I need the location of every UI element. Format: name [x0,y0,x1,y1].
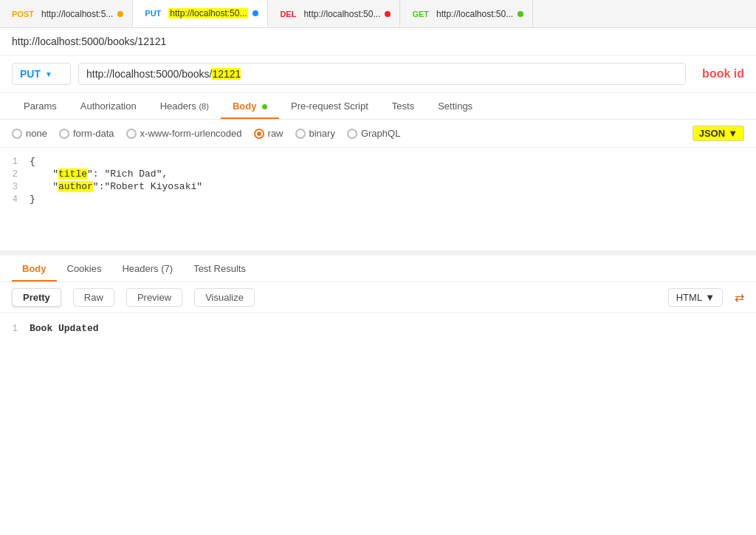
tab-nav-params[interactable]: Params [12,93,69,119]
wrap-icon[interactable]: ⇄ [735,290,744,304]
method-select[interactable]: PUT ▼ [12,63,71,85]
tab-get-dot [518,11,523,17]
radio-raw-label: raw [268,128,284,139]
html-chevron-icon: ▼ [705,292,715,303]
request-tabs-nav: Params Authorization Headers (8) Body Pr… [0,93,756,120]
code-content-4: } [30,194,35,205]
request-bar: PUT ▼ http://localhost:5000/books/12121 … [0,55,756,93]
format-raw-btn[interactable]: Raw [73,288,114,307]
tab-post[interactable]: POST http://localhost:5... [0,0,133,27]
resp-tab-test-results[interactable]: Test Results [183,256,256,282]
format-visualize-btn[interactable]: Visualize [194,288,255,307]
code-content-2: "title": "Rich Dad", [30,168,168,180]
tab-post-url: http://localhost:5... [41,9,113,19]
radio-urlencoded-label: x-www-form-urlencoded [140,128,242,139]
url-id: 12121 [212,68,241,80]
radio-raw[interactable]: raw [254,128,284,139]
body-active-dot [262,104,267,109]
get-method-badge: GET [409,9,432,19]
format-pretty-btn[interactable]: Pretty [12,288,61,307]
format-preview-btn[interactable]: Preview [126,288,182,307]
radio-urlencoded-circle [126,129,137,139]
tab-del-dot [385,11,391,17]
method-chevron-icon: ▼ [45,70,52,78]
code-line-4: 4 } [0,193,756,205]
body-type-bar: none form-data x-www-form-urlencoded raw… [0,120,756,148]
resp-line-num-1: 1 [0,324,30,334]
radio-none[interactable]: none [12,128,47,139]
tab-nav-settings[interactable]: Settings [426,93,484,119]
code-content-1: { [30,156,35,167]
tab-nav-pre-request[interactable]: Pre-request Script [279,93,380,119]
response-body: 1 Book Updated [0,313,756,344]
code-content-3: "author":"Robert Kiyosaki" [30,181,202,192]
tab-del-url: http://localhost:50... [303,9,380,19]
book-id-label: book id [702,67,744,81]
html-select[interactable]: HTML ▼ [668,288,723,307]
code-editor[interactable]: 1 { 2 "title": "Rich Dad", 3 "author":"R… [0,148,756,251]
tab-get[interactable]: GET http://localhost:50... [400,0,533,27]
line-num-1: 1 [0,157,30,167]
radio-form-data-circle [59,129,69,139]
tab-nav-authorization[interactable]: Authorization [69,93,148,119]
url-display: http://localhost:5000/books/12121 [0,28,756,55]
line-num-4: 4 [0,194,30,205]
resp-headers-badge: (7) [161,263,173,274]
headers-badge: (8) [199,102,208,111]
tab-put-url: http://localhost:50... [168,8,248,18]
tab-get-url: http://localhost:50... [436,9,513,19]
del-method-badge: DEL [277,9,299,19]
method-label: PUT [20,68,41,80]
line-num-3: 3 [0,182,30,192]
radio-none-label: none [26,128,47,139]
resp-content-1: Book Updated [30,323,99,334]
resp-tab-body[interactable]: Body [12,256,57,282]
radio-form-data-label: form-data [73,128,114,139]
tab-put-dot [252,10,258,16]
tab-nav-headers[interactable]: Headers (8) [148,93,221,119]
radio-urlencoded[interactable]: x-www-form-urlencoded [126,128,242,139]
radio-binary-circle [295,129,306,139]
post-method-badge: POST [9,9,37,19]
url-input[interactable]: http://localhost:5000/books/12121 [78,63,686,85]
response-format-bar: Pretty Raw Preview Visualize HTML ▼ ⇄ [0,282,756,313]
radio-binary[interactable]: binary [295,128,335,139]
json-select[interactable]: JSON ▼ [693,126,744,141]
radio-raw-circle [254,129,264,139]
radio-graphql-circle [347,129,357,139]
tab-nav-body[interactable]: Body [221,93,279,119]
tab-nav-tests[interactable]: Tests [380,93,426,119]
url-display-text: http://localhost:5000/books/12121 [12,35,166,47]
radio-graphql-label: GraphQL [361,128,400,139]
radio-form-data[interactable]: form-data [59,128,114,139]
tab-del[interactable]: DEL http://localhost:50... [268,0,400,27]
code-line-3: 3 "author":"Robert Kiyosaki" [0,180,756,193]
radio-binary-label: binary [309,128,335,139]
radio-none-circle [12,129,22,139]
resp-tab-cookies[interactable]: Cookies [57,256,112,282]
resp-tab-headers[interactable]: Headers (7) [111,256,183,282]
html-select-label: HTML [676,292,702,303]
tab-put[interactable]: PUT http://localhost:50... [133,0,268,27]
code-line-1: 1 { [0,155,756,168]
radio-graphql[interactable]: GraphQL [347,128,400,139]
json-select-label: JSON [699,128,725,139]
line-num-2: 2 [0,169,30,180]
code-line-2: 2 "title": "Rich Dad", [0,168,756,180]
tab-post-dot [117,11,123,17]
put-method-badge: PUT [142,8,164,18]
response-line-1: 1 Book Updated [0,322,756,335]
json-chevron-icon: ▼ [728,128,738,139]
url-prefix: http://localhost:5000/books/ [86,68,212,80]
tab-bar: POST http://localhost:5... PUT http://lo… [0,0,756,28]
response-tabs: Body Cookies Headers (7) Test Results [0,256,756,282]
